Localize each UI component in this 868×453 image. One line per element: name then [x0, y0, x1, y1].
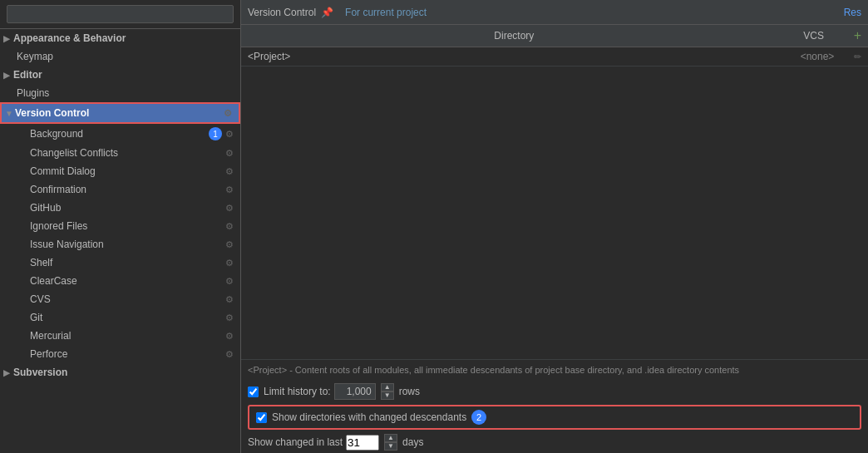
show-dirs-label: Show directories with changed descendant… [272, 411, 466, 423]
sidebar: ▶ Appearance & Behavior Keymap ▶ Editor … [0, 0, 241, 453]
show-changed-input[interactable] [346, 435, 379, 451]
limit-history-spinner: ▲ ▼ [381, 383, 394, 400]
panel-topbar: Version Control 📌 For current project Re… [241, 0, 868, 25]
sidebar-item-changelist-conflicts[interactable]: Changelist Conflicts ⚙ [0, 144, 240, 162]
gear-icon: ⚙ [224, 108, 232, 119]
sidebar-item-editor[interactable]: ▶ Editor [0, 66, 240, 84]
sidebar-item-label: Keymap [17, 51, 234, 62]
table-header: Directory VCS + [241, 25, 868, 47]
show-dirs-row: Show directories with changed descendant… [248, 405, 861, 430]
for-current-project-link[interactable]: For current project [345, 7, 427, 18]
limit-history-suffix: rows [399, 386, 420, 397]
sidebar-item-background[interactable]: Background 1 ⚙ [0, 124, 240, 144]
expand-arrow-icon: ▶ [3, 368, 13, 377]
sidebar-item-git[interactable]: Git ⚙ [0, 308, 240, 327]
spinner-up[interactable]: ▲ [384, 434, 397, 442]
show-changed-suffix: days [402, 436, 423, 448]
sidebar-item-commit-dialog[interactable]: Commit Dialog ⚙ [0, 162, 240, 180]
sidebar-item-github[interactable]: GitHub ⚙ [0, 199, 240, 217]
col-vcs: VCS [781, 30, 847, 42]
main-layout: ▶ Appearance & Behavior Keymap ▶ Editor … [0, 0, 868, 453]
for-current-project-icon: 📌 [321, 7, 333, 18]
gear-icon: ⚙ [225, 313, 234, 323]
sidebar-item-label: Issue Navigation [30, 239, 222, 250]
table-body: <Project> <none> ✏ [241, 47, 868, 204]
table-row: <Project> <none> ✏ [241, 47, 868, 66]
gear-icon: ⚙ [225, 349, 234, 360]
gear-icon: ⚙ [225, 221, 234, 232]
sidebar-item-plugins[interactable]: Plugins [0, 84, 240, 102]
sidebar-item-appearance-behavior[interactable]: ▶ Appearance & Behavior [0, 29, 240, 47]
sidebar-item-subversion[interactable]: ▶ Subversion [0, 363, 240, 382]
spinner-down[interactable]: ▼ [384, 442, 397, 451]
limit-history-label: Limit history to: [264, 386, 331, 397]
sidebar-item-label: Git [30, 312, 222, 323]
bottom-info: <Project> - Content roots of all modules… [241, 359, 868, 380]
limit-history-input[interactable] [334, 383, 376, 400]
sidebar-item-label: Confirmation [30, 184, 222, 195]
sidebar-item-label: Plugins [17, 87, 234, 99]
show-changed-spinner: ▲ ▼ [384, 434, 397, 451]
spinner-up[interactable]: ▲ [381, 383, 394, 391]
sidebar-item-keymap[interactable]: Keymap [0, 47, 240, 66]
sidebar-item-label: Ignored Files [30, 220, 222, 232]
gear-icon: ⚙ [225, 148, 234, 159]
gear-icon: ⚙ [225, 258, 234, 268]
sidebar-item-label: CVS [30, 293, 222, 305]
expand-arrow-icon: ▼ [5, 109, 15, 118]
sidebar-item-issue-navigation[interactable]: Issue Navigation ⚙ [0, 235, 240, 254]
expand-arrow-icon: ▶ [3, 71, 13, 80]
sidebar-item-shelf[interactable]: Shelf ⚙ [0, 254, 240, 272]
show-changed-label: Show changed in last [248, 436, 343, 448]
panel-title: Version Control [248, 7, 316, 18]
sidebar-item-label: Perforce [30, 348, 222, 360]
sidebar-item-label: Background [30, 128, 205, 140]
sidebar-item-label: Commit Dialog [30, 165, 222, 177]
gear-icon: ⚙ [225, 331, 234, 342]
search-input[interactable] [7, 5, 234, 23]
sidebar-item-confirmation[interactable]: Confirmation ⚙ [0, 180, 240, 199]
badge-2: 2 [471, 410, 486, 425]
sidebar-item-version-control[interactable]: ▼ Version Control ⚙ [0, 102, 240, 124]
show-changed-row: Show changed in last ▲ ▼ days [241, 431, 868, 453]
right-panel: Version Control 📌 For current project Re… [241, 0, 868, 453]
sidebar-item-ignored-files[interactable]: Ignored Files ⚙ [0, 217, 240, 235]
sidebar-item-label: Changelist Conflicts [30, 147, 222, 159]
gear-icon: ⚙ [225, 203, 234, 214]
sidebar-item-clearcase[interactable]: ClearCase ⚙ [0, 272, 240, 290]
sidebar-item-label: Subversion [13, 367, 234, 378]
sidebar-item-label: GitHub [30, 202, 222, 214]
edit-icon[interactable]: ✏ [854, 52, 861, 62]
sidebar-item-label: Version Control [15, 107, 220, 119]
spinner-down[interactable]: ▼ [381, 391, 394, 400]
sidebar-item-label: Appearance & Behavior [13, 32, 234, 44]
add-row-button[interactable]: + [854, 28, 861, 43]
col-directory: Directory [248, 30, 781, 42]
gear-icon: ⚙ [225, 276, 234, 287]
expand-arrow-icon: ▶ [3, 34, 13, 43]
sidebar-item-cvs[interactable]: CVS ⚙ [0, 290, 240, 308]
gear-icon: ⚙ [225, 129, 234, 140]
gear-icon: ⚙ [225, 166, 234, 177]
spacer [241, 204, 868, 360]
sidebar-item-mercurial[interactable]: Mercurial ⚙ [0, 327, 240, 345]
directory-cell: <Project> [248, 51, 784, 62]
sidebar-item-label: ClearCase [30, 275, 222, 287]
gear-icon: ⚙ [225, 185, 234, 195]
sidebar-item-label: Editor [13, 69, 234, 81]
badge-1: 1 [209, 127, 222, 140]
reset-button[interactable]: Res [844, 7, 861, 18]
search-box [0, 0, 240, 29]
show-dirs-checkbox[interactable] [256, 412, 267, 423]
sidebar-item-label: Shelf [30, 257, 222, 268]
sidebar-item-perforce[interactable]: Perforce ⚙ [0, 345, 240, 363]
limit-history-checkbox[interactable] [248, 387, 259, 397]
limit-history-row: Limit history to: ▲ ▼ rows [241, 380, 868, 403]
sidebar-item-label: Mercurial [30, 330, 222, 342]
gear-icon: ⚙ [225, 294, 234, 305]
gear-icon: ⚙ [225, 239, 234, 250]
vcs-cell: <none> [784, 51, 851, 62]
